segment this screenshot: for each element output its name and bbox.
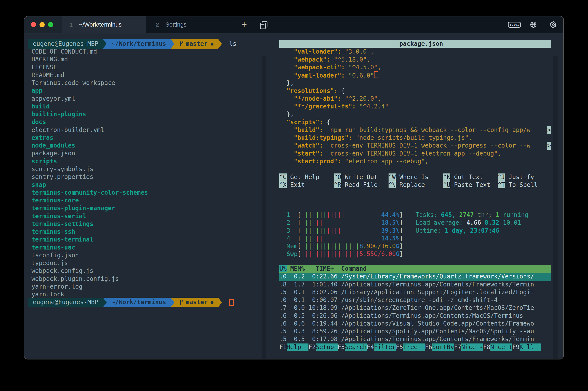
nano-line: "webpack": "^5.18.0",: [279, 56, 551, 64]
htop-summary-line: Tasks: 645, 2747 thr; 1 running: [416, 211, 528, 219]
nano-line: "scripts": {: [279, 118, 551, 126]
prompt-git-segment: master ●: [174, 298, 218, 307]
tab-number: 2: [156, 21, 159, 28]
right-terminal-pane[interactable]: GNU nano 4.5 package.json "val-loader": …: [279, 40, 551, 189]
prompt-path-segment: ~/Work/terminus: [107, 298, 171, 307]
file-list-line: docs: [28, 118, 261, 126]
nano-line: },: [279, 110, 551, 118]
htop-process-table: U% MEM% TIME+ Command.0 0.2 0:22.66 /Sys…: [279, 265, 551, 351]
file-list-line: terminus-terminal: [28, 236, 261, 243]
serial-port-icon: IOIOI: [508, 22, 521, 28]
nano-line: ^X Exit ^R Read File ^\ Replace ^U Paste…: [279, 181, 551, 189]
nano-line: "val-loader": "3.0.0",: [279, 48, 551, 56]
split-pane-button[interactable]: [259, 16, 268, 33]
nano-line: "**/graceful-fs": "^4.2.4": [279, 102, 551, 110]
file-list-line: terminus-core: [28, 196, 261, 204]
powerline-arrow: [103, 298, 107, 307]
file-list-line: snap: [28, 181, 261, 189]
prompt-user-segment: eugene@Eugenes-MBP: [28, 39, 103, 49]
left-pane-scrollbar[interactable]: [262, 56, 266, 359]
git-branch-icon: [179, 299, 183, 305]
tab-work-terminus[interactable]: 1 ~/Work/terminus: [62, 16, 146, 33]
htop-meter-line: 2 [|||||| 18.5%]: [279, 219, 403, 227]
nano-line: ^G Get Help ^O Write Out ^W Where Is ^K …: [279, 173, 551, 181]
terminal-window: 1 ~/Work/terminus 2 Settings + IOIOI: [24, 16, 563, 359]
file-list-line: node_modules: [28, 142, 261, 149]
right-pane-scrollbar[interactable]: [553, 56, 558, 359]
nano-buffer: "val-loader": "3.0.0", "webpack": "^5.18…: [279, 48, 551, 189]
powerline-arrow: [171, 298, 174, 307]
file-list-line: extras: [28, 134, 261, 142]
htop-process-line: F1Help F2Setup F3SearchF4FilterF5Tree F6…: [279, 343, 551, 351]
nano-line: "*/node-abi": "^2.20.0",: [279, 95, 551, 102]
htop-cpu-memory-meters: 1 [|||||||||||| 44.4%] 2 [|||||| 18.5%] …: [279, 211, 403, 258]
tab-number: 1: [70, 21, 73, 28]
new-tab-button[interactable]: +: [240, 16, 248, 33]
nano-line: "yaml-loader": "0.6.0": [279, 71, 551, 79]
file-list-line: terminus-ssh: [28, 228, 261, 236]
nano-line: "resolutions": {: [279, 87, 551, 95]
file-list-line: README.md: [28, 71, 261, 79]
nano-line: "start:prod": "electron app --debug",: [279, 158, 551, 165]
tab-settings[interactable]: 2 Settings: [146, 16, 233, 33]
git-dirty-icon: ●: [211, 40, 213, 48]
htop-process-line: U% MEM% TIME+ Command: [279, 265, 551, 273]
file-list-line: appveyor.yml: [28, 95, 261, 102]
powerline-arrow: [218, 39, 222, 49]
nano-title-bar: GNU nano 4.5 package.json: [279, 40, 551, 48]
nano-line: "build:typings": "node scripts/build-typ…: [279, 134, 551, 142]
file-list-line: terminus-community-color-schemes: [28, 189, 261, 196]
powerline-arrow: [171, 39, 174, 49]
file-list-line: webpack.config.js: [28, 267, 261, 275]
htop-process-line: .0 0.2 0:22.66 /System/Library/Framework…: [279, 273, 551, 280]
file-list-line: webpack.plugin.config.js: [28, 275, 261, 283]
zoom-button[interactable]: [48, 22, 53, 27]
globe-icon: [530, 21, 537, 28]
htop-process-line: .5 0.3 8:59.26 /Applications/Spotify.app…: [279, 327, 551, 335]
nano-line: "start": "cross-env TERMINUS_DEV=1 elect…: [279, 150, 551, 158]
htop-meter-line: Swp[||||||||||||||||5.55G/6.00G]: [279, 250, 403, 258]
file-list-line: LICENSE: [28, 64, 261, 71]
shell-prompt: eugene@Eugenes-MBP ~/Work/terminus maste…: [28, 298, 261, 307]
htop-process-line: .7 0.0 10:18.09 /Applications/ZeroTier O…: [279, 304, 551, 312]
file-list-line: Terminus.code-workspace: [28, 79, 261, 87]
ls-output: CODE_OF_CONDUCT.mdHACKING.mdLICENSEREADM…: [28, 48, 261, 298]
close-button[interactable]: [31, 22, 36, 27]
file-list-line: terminus-uac: [28, 244, 261, 251]
file-list-line: app: [28, 87, 261, 95]
traffic-light-group: [24, 16, 62, 33]
file-list-line: electron-builder.yml: [28, 126, 261, 134]
terminal-cursor: [229, 299, 234, 306]
nano-line: "build": "npm run build:typings && webpa…: [279, 126, 551, 134]
htop-summary-line: Load average: 4.66 8.32 10.01: [416, 219, 528, 227]
nano-editor: GNU nano 4.5 package.json "val-loader": …: [279, 40, 551, 189]
htop-summary: Tasks: 645, 2747 thr; 1 runningLoad aver…: [416, 211, 528, 235]
htop-meter-line: 4 [|||||| 14.5%]: [279, 235, 403, 242]
powerline-arrow: [218, 298, 222, 307]
tab-title: Settings: [165, 21, 187, 28]
file-list-line: terminus-serial: [28, 212, 261, 220]
file-list-line: package.json: [28, 149, 261, 157]
tab-separator: [233, 18, 233, 31]
git-branch-icon: [179, 41, 183, 47]
file-list-line: builtin-plugins: [28, 110, 261, 118]
serial-port-button[interactable]: IOIOI: [509, 16, 520, 33]
typed-command: ls: [229, 40, 237, 48]
htop-process-line: .6 0.6 0:19.44 /Applications/Visual Stud…: [279, 320, 551, 327]
title-bar: 1 ~/Work/terminus 2 Settings + IOIOI: [24, 16, 563, 33]
shell-prompt: eugene@Eugenes-MBP ~/Work/terminus maste…: [28, 39, 261, 49]
htop-process-line: .8 1.7 1:01.40 /Applications/Terminus.ap…: [279, 281, 551, 289]
htop-process-line: .5 0.5 0:17.08 /Applications/Terminus.ap…: [279, 335, 551, 343]
nano-line: "watch": "cross-env TERMINUS_DEV=1 webpa…: [279, 142, 551, 149]
file-list-line: CODE_OF_CONDUCT.md: [28, 48, 261, 56]
file-list-line: sentry-symbols.js: [28, 165, 261, 173]
git-dirty-icon: ●: [211, 298, 213, 306]
htop-summary-line: Uptime: 1 day, 23:07:46: [416, 227, 528, 235]
htop-meter-line: 1 [|||||||||||| 44.4%]: [279, 211, 403, 219]
left-terminal-pane[interactable]: eugene@Eugenes-MBP ~/Work/terminus maste…: [28, 40, 261, 306]
settings-button[interactable]: [549, 16, 558, 33]
ssh-connections-button[interactable]: [529, 16, 537, 33]
nano-line: [279, 165, 551, 173]
prompt-user-segment: eugene@Eugenes-MBP: [28, 298, 103, 307]
minimize-button[interactable]: [40, 22, 45, 27]
